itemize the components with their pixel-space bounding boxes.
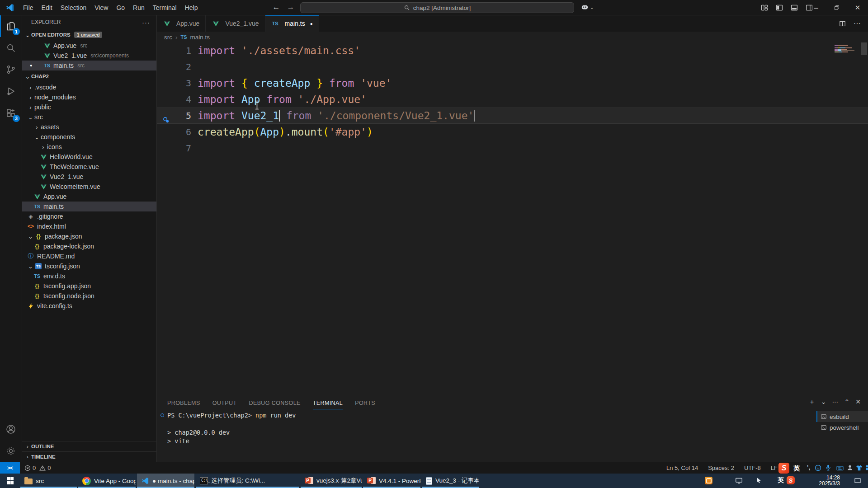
activity-explorer[interactable]: 1 <box>0 15 22 37</box>
terminal-instance-powershell[interactable]: powershell <box>816 422 868 433</box>
close-button[interactable]: ✕ <box>847 0 868 15</box>
tree-item-Vue2_1.vue[interactable]: Vue2_1.vue <box>22 172 156 182</box>
tree-item-TheWelcome.vue[interactable]: TheWelcome.vue <box>22 162 156 172</box>
code-line-7[interactable]: 7 <box>157 140 868 156</box>
terminal-instance-esbuild[interactable]: esbuild <box>816 411 868 422</box>
breadcrumb[interactable]: src › TS main.ts <box>157 32 868 42</box>
more-actions-icon[interactable]: ··· <box>854 19 861 28</box>
tray-sogou-icon[interactable]: S <box>787 476 795 484</box>
panel-tab-ports[interactable]: PORTS <box>355 397 375 409</box>
taskbar-chrome-button[interactable]: Vite App - Googl... <box>78 474 136 488</box>
copilot-button[interactable]: ⌄ <box>580 3 594 12</box>
tree-item-WelcomeItem.vue[interactable]: WelcomeItem.vue <box>22 182 156 192</box>
tree-item-vite.config.ts[interactable]: vite.config.ts <box>22 301 156 311</box>
tray-clock[interactable]: 14:28 2025/3/3 <box>819 475 840 487</box>
restore-button[interactable] <box>826 0 847 15</box>
tree-item-package-lock.json[interactable]: {}package-lock.json <box>22 241 156 251</box>
taskbar-folder-button[interactable]: src <box>20 474 77 488</box>
ime-skin-icon[interactable] <box>855 464 863 472</box>
ime-toolbox-icon[interactable] <box>865 464 868 471</box>
tree-item-HelloWorld.vue[interactable]: HelloWorld.vue <box>22 152 156 162</box>
menu-terminal[interactable]: Terminal <box>149 0 181 15</box>
tree-item-tsconfig.app.json[interactable]: {}tsconfig.app.json <box>22 281 156 291</box>
tab-main.ts[interactable]: TSmain.ts● <box>265 15 319 32</box>
ime-person-icon[interactable] <box>846 464 854 471</box>
tray-display-icon[interactable] <box>735 476 743 485</box>
taskbar-cmd-button[interactable]: C:\_选择管理员: C:\Wi... <box>196 474 299 488</box>
activity-account[interactable] <box>0 418 22 440</box>
start-button[interactable] <box>0 474 20 488</box>
menu-edit[interactable]: Edit <box>38 0 57 15</box>
tree-item-assets[interactable]: ›assets <box>22 122 156 132</box>
panel-tab-problems[interactable]: PROBLEMS <box>167 397 200 409</box>
menu-file[interactable]: File <box>19 0 38 15</box>
activity-run-and-debug[interactable] <box>0 80 22 102</box>
tray-language-indicator[interactable]: 英 <box>778 476 784 484</box>
problems-status[interactable]: 0 0 <box>24 465 51 471</box>
taskbar-powerpoint-button[interactable]: PV4.4.1 - PowerPoi... <box>363 474 420 488</box>
customize-layout-icon[interactable] <box>760 4 769 12</box>
activity-source-control[interactable] <box>0 59 22 80</box>
panel-tab-debug-console[interactable]: DEBUG CONSOLE <box>249 397 300 409</box>
ime-keyboard-icon[interactable] <box>836 464 844 472</box>
toggle-sidebar-icon[interactable] <box>775 4 783 12</box>
taskbar-powerpoint-button[interactable]: Pvuejs3.x-第2章Vue... <box>301 474 362 488</box>
panel-tab-terminal[interactable]: TERMINAL <box>313 397 343 409</box>
menu-run[interactable]: Run <box>129 0 149 15</box>
toggle-panel-icon[interactable] <box>790 4 798 12</box>
code-line-4[interactable]: 4import App from './App.vue' <box>157 91 868 108</box>
section-outline[interactable]: ›OUTLINE <box>22 441 156 451</box>
nav-forward-icon[interactable]: → <box>285 0 297 15</box>
taskbar-notepad-button[interactable]: Vue2_3 - 记事本 <box>422 474 479 488</box>
code-editor[interactable]: 1import './assets/main.css'23import { cr… <box>157 42 868 396</box>
tree-item-tsconfig.json[interactable]: ⌄TStsconfig.json <box>22 261 156 271</box>
ime-emoji-icon[interactable] <box>814 464 822 472</box>
breadcrumb-file[interactable]: main.ts <box>190 34 210 41</box>
code-line-1[interactable]: 1import './assets/main.css' <box>157 42 868 59</box>
open-editors-header[interactable]: ⌄ OPEN EDITORS 1 unsaved <box>22 29 156 41</box>
menu-selection[interactable]: Selection <box>57 0 91 15</box>
tray-pointer-icon[interactable] <box>755 477 762 484</box>
tree-item-package.json[interactable]: ⌄{}package.json <box>22 231 156 241</box>
editor-scrollbar[interactable] <box>861 42 867 55</box>
taskbar-vscode-button[interactable]: ● main.ts - chap2... <box>137 474 194 488</box>
breadcrumb-folder[interactable]: src <box>164 34 172 41</box>
explorer-more-actions-icon[interactable]: ··· <box>142 19 150 26</box>
status-ln-5-col-14[interactable]: Ln 5, Col 14 <box>666 465 698 471</box>
close-panel-icon[interactable]: ✕ <box>855 398 861 406</box>
tray-app-icon[interactable] <box>705 477 712 484</box>
tree-item-env.d.ts[interactable]: TSenv.d.ts <box>22 271 156 281</box>
activity-settings[interactable] <box>0 440 22 462</box>
ime-language-indicator[interactable]: 英 <box>793 465 800 473</box>
menu-help[interactable]: Help <box>181 0 202 15</box>
tree-item-tsconfig.node.json[interactable]: {}tsconfig.node.json <box>22 291 156 301</box>
tree-item-App.vue[interactable]: App.vue <box>22 192 156 202</box>
panel-tab-output[interactable]: OUTPUT <box>212 397 237 409</box>
activity-extensions[interactable]: 3 <box>0 102 22 124</box>
workspace-root-header[interactable]: ⌄ CHAP2 <box>22 70 156 82</box>
tree-item-README.md[interactable]: ⓘREADME.md <box>22 251 156 261</box>
command-center-search[interactable]: chap2 [Administrator] <box>300 2 574 13</box>
open-editor-App.vue[interactable]: App.vuesrc <box>22 41 156 51</box>
minimap[interactable] <box>835 44 861 56</box>
nav-back-icon[interactable]: ← <box>270 0 282 15</box>
notification-center-icon[interactable] <box>854 477 862 485</box>
menu-view[interactable]: View <box>90 0 112 15</box>
tree-item-icons[interactable]: ›icons <box>22 142 156 152</box>
tree-item-src[interactable]: ⌄src <box>22 112 156 122</box>
terminal-output[interactable]: PS C:\vueProject\chap2> npm run dev > ch… <box>157 409 816 462</box>
section-timeline[interactable]: ›TIMELINE <box>22 451 156 462</box>
tree-item-node_modules[interactable]: ›node_modules <box>22 92 156 102</box>
maximize-panel-icon[interactable]: ⌃ <box>844 398 850 406</box>
ime-sogou-icon[interactable]: S <box>778 463 789 474</box>
tree-item-.gitignore[interactable]: ◈.gitignore <box>22 211 156 221</box>
code-line-2[interactable]: 2 <box>157 59 868 75</box>
tree-item-components[interactable]: ⌄components <box>22 132 156 142</box>
new-terminal-icon[interactable]: ＋ <box>809 398 815 406</box>
ime-punctuation-icon[interactable]: ’, <box>807 464 810 471</box>
open-editor-Vue2_1.vue[interactable]: Vue2_1.vuesrc\components <box>22 51 156 61</box>
menu-go[interactable]: Go <box>112 0 129 15</box>
tree-item-main.ts[interactable]: TSmain.ts <box>22 202 156 211</box>
split-editor-icon[interactable] <box>839 20 846 28</box>
ime-microphone-icon[interactable] <box>825 464 832 471</box>
